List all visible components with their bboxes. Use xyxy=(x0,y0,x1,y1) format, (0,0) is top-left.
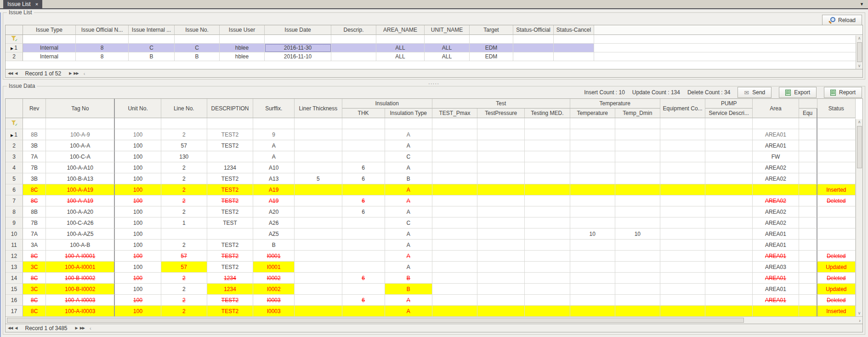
cell[interactable] xyxy=(525,228,570,240)
cell[interactable] xyxy=(660,262,705,273)
cell[interactable]: Deleted xyxy=(817,251,856,262)
cell[interactable] xyxy=(525,151,570,162)
cell[interactable] xyxy=(477,284,525,295)
cell[interactable]: AREA02 xyxy=(753,195,799,206)
filter-cell[interactable] xyxy=(220,35,265,44)
cell[interactable] xyxy=(660,162,705,173)
cell[interactable] xyxy=(799,184,817,195)
cell[interactable] xyxy=(477,206,525,217)
cell[interactable]: AREA01 xyxy=(753,129,799,140)
cell[interactable]: 8 xyxy=(76,52,129,61)
cell[interactable] xyxy=(705,129,753,140)
filter-cell[interactable] xyxy=(385,118,432,129)
cell[interactable]: I0003 xyxy=(253,295,295,306)
cell[interactable] xyxy=(570,240,615,251)
filter-cell[interactable] xyxy=(799,118,817,129)
row-indicator[interactable]: 3 xyxy=(6,151,23,162)
cell[interactable]: AREA01 xyxy=(753,273,799,284)
cell[interactable]: 6 xyxy=(342,173,385,184)
cell[interactable]: 130 xyxy=(161,151,207,162)
column-header-issue-official-n[interactable]: Issue Official N... xyxy=(76,25,129,35)
cell[interactable]: 100-A-A20 xyxy=(46,206,115,217)
filter-cell[interactable] xyxy=(295,118,342,129)
row-indicator[interactable]: 8 xyxy=(6,206,23,217)
cell[interactable]: TEST2 xyxy=(207,206,253,217)
cell[interactable]: B xyxy=(385,284,432,295)
cell[interactable]: AREA01 xyxy=(753,251,799,262)
cell[interactable]: 3A xyxy=(23,240,46,251)
cell[interactable] xyxy=(525,306,570,317)
cell[interactable]: 7A xyxy=(23,151,46,162)
cell[interactable] xyxy=(660,206,705,217)
tab-overflow-dropdown-icon[interactable]: ▼ xyxy=(856,2,868,6)
cell[interactable] xyxy=(799,162,817,173)
cell[interactable]: 3B xyxy=(23,173,46,184)
cell[interactable]: 100 xyxy=(115,129,161,140)
cell[interactable] xyxy=(477,184,525,195)
cell[interactable] xyxy=(799,217,817,228)
cell[interactable] xyxy=(477,228,525,240)
cell[interactable] xyxy=(432,240,477,251)
cell[interactable]: B xyxy=(385,273,432,284)
cell[interactable] xyxy=(477,129,525,140)
column-header-status-cancel[interactable]: Status-Cancel xyxy=(554,25,594,35)
cell[interactable]: A10 xyxy=(253,162,295,173)
cell[interactable]: TEST2 xyxy=(207,184,253,195)
cell[interactable] xyxy=(432,262,477,273)
cell[interactable] xyxy=(331,52,376,61)
cell[interactable]: TEST2 xyxy=(207,306,253,317)
cell[interactable] xyxy=(554,44,594,52)
cell[interactable] xyxy=(705,262,753,273)
cell[interactable] xyxy=(342,151,385,162)
cell[interactable]: A xyxy=(385,295,432,306)
cell[interactable]: 6 xyxy=(342,162,385,173)
cell[interactable] xyxy=(432,206,477,217)
cell[interactable]: C xyxy=(385,151,432,162)
cell[interactable] xyxy=(799,273,817,284)
row-indicator[interactable]: 12 xyxy=(6,251,23,262)
cell[interactable] xyxy=(705,306,753,317)
band-header-pump[interactable]: PUMP xyxy=(705,99,753,109)
cell[interactable] xyxy=(615,251,660,262)
cell[interactable] xyxy=(615,273,660,284)
cell[interactable]: 6 xyxy=(342,295,385,306)
cell[interactable]: 100-B-I0002 xyxy=(46,284,115,295)
filter-cell[interactable] xyxy=(331,35,376,44)
cell[interactable]: I0002 xyxy=(253,284,295,295)
column-header-area[interactable]: Area xyxy=(753,99,799,118)
cell[interactable]: 3B xyxy=(23,140,46,151)
cell[interactable]: AZ5 xyxy=(253,228,295,240)
cell[interactable] xyxy=(477,173,525,184)
cell[interactable]: 10 xyxy=(570,228,615,240)
cell[interactable]: 100 xyxy=(115,273,161,284)
cell[interactable]: 2 xyxy=(161,306,207,317)
cell[interactable]: 8C xyxy=(23,184,46,195)
cell[interactable]: hblee xyxy=(220,52,265,61)
filter-cell[interactable] xyxy=(342,118,385,129)
cell[interactable] xyxy=(615,217,660,228)
cell[interactable] xyxy=(342,217,385,228)
cell[interactable] xyxy=(817,140,856,151)
filter-cell[interactable] xyxy=(23,118,46,129)
cell[interactable] xyxy=(477,306,525,317)
cell[interactable] xyxy=(342,251,385,262)
cell[interactable] xyxy=(331,44,376,52)
cell[interactable]: 2 xyxy=(161,284,207,295)
cell[interactable]: A xyxy=(385,306,432,317)
row-indicator[interactable]: 7 xyxy=(6,195,23,206)
cell[interactable]: 1 xyxy=(161,217,207,228)
cell[interactable] xyxy=(525,240,570,251)
cell[interactable] xyxy=(554,52,594,61)
cell[interactable] xyxy=(570,284,615,295)
cell[interactable] xyxy=(525,273,570,284)
cell[interactable] xyxy=(799,206,817,217)
cell[interactable]: 100-A-I0001 xyxy=(46,262,115,273)
cell[interactable]: AREA02 xyxy=(753,162,799,173)
column-header-insulation-type[interactable]: Insulation Type xyxy=(385,109,432,118)
cell[interactable] xyxy=(660,195,705,206)
cell[interactable] xyxy=(342,306,385,317)
cell[interactable]: 3C xyxy=(23,262,46,273)
cell[interactable]: A19 xyxy=(253,195,295,206)
cell[interactable] xyxy=(432,228,477,240)
cell[interactable] xyxy=(660,184,705,195)
